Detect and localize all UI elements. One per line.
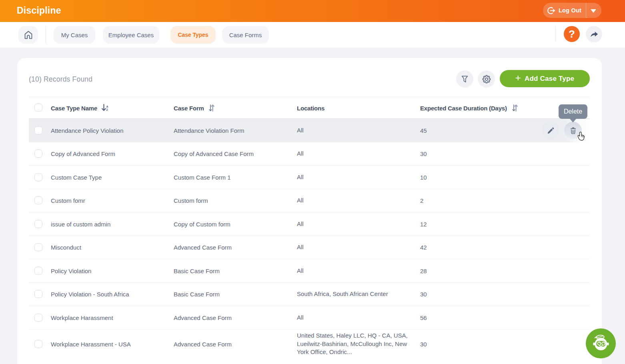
svg-text:A: A bbox=[106, 105, 108, 108]
svg-text:Z: Z bbox=[106, 108, 108, 111]
